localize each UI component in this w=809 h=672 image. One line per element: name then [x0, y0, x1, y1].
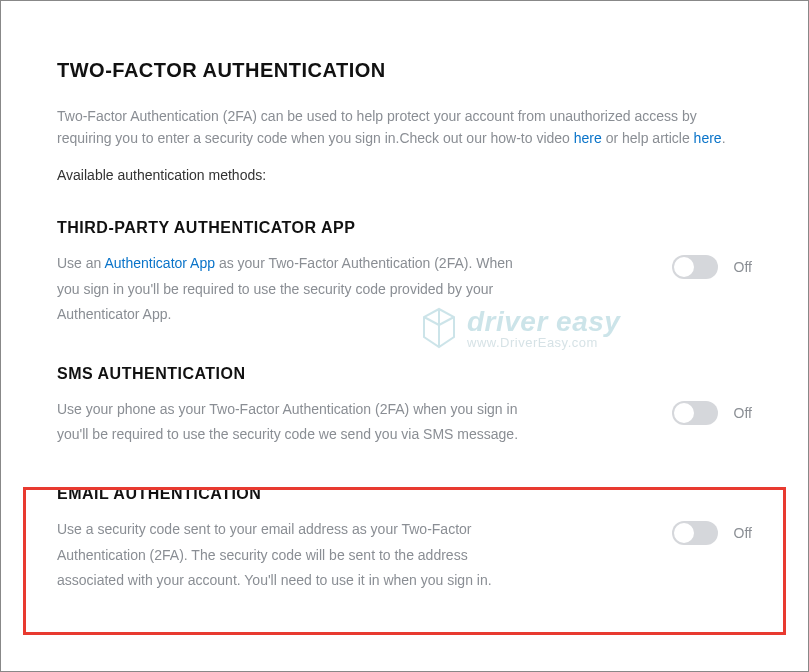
authenticator-app-toggle[interactable]: [672, 255, 718, 279]
method-title: THIRD-PARTY AUTHENTICATOR APP: [57, 219, 537, 237]
help-article-link[interactable]: here: [694, 130, 722, 146]
method-email: EMAIL AUTHENTICATION Use a security code…: [57, 477, 752, 623]
page-title: TWO-FACTOR AUTHENTICATION: [57, 59, 752, 82]
toggle-state-label: Off: [734, 405, 752, 421]
method-description: Use your phone as your Two-Factor Authen…: [57, 397, 537, 447]
method-description: Use a security code sent to your email a…: [57, 517, 537, 593]
desc-part: Use a security code sent to your email a…: [57, 521, 492, 587]
method-description: Use an Authenticator App as your Two-Fac…: [57, 251, 537, 327]
settings-panel: TWO-FACTOR AUTHENTICATION Two-Factor Aut…: [1, 1, 808, 663]
authenticator-app-link[interactable]: Authenticator App: [104, 255, 215, 271]
email-toggle[interactable]: [672, 521, 718, 545]
desc-part: Use an: [57, 255, 104, 271]
intro-text-part: .: [722, 130, 726, 146]
toggle-state-label: Off: [734, 525, 752, 541]
intro-text: Two-Factor Authentication (2FA) can be u…: [57, 106, 752, 149]
method-title: EMAIL AUTHENTICATION: [57, 485, 537, 503]
toggle-state-label: Off: [734, 259, 752, 275]
available-methods-label: Available authentication methods:: [57, 167, 752, 183]
sms-toggle[interactable]: [672, 401, 718, 425]
method-sms: SMS AUTHENTICATION Use your phone as you…: [57, 357, 752, 477]
intro-text-part: or help article: [602, 130, 694, 146]
howto-video-link[interactable]: here: [574, 130, 602, 146]
method-authenticator-app: THIRD-PARTY AUTHENTICATOR APP Use an Aut…: [57, 211, 752, 357]
method-title: SMS AUTHENTICATION: [57, 365, 537, 383]
desc-part: Use your phone as your Two-Factor Authen…: [57, 401, 518, 442]
